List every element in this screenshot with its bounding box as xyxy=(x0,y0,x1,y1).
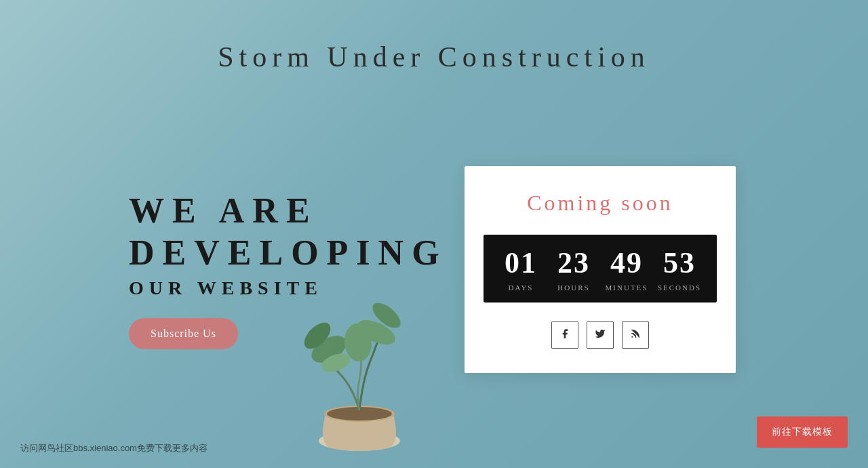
minutes-label: Minutes xyxy=(600,284,653,292)
countdown-days: 01 Days xyxy=(494,248,547,292)
days-label: Days xyxy=(494,284,547,292)
social-icons-row xyxy=(484,321,717,349)
hours-label: Hours xyxy=(547,284,600,292)
svg-point-10 xyxy=(631,336,633,338)
site-title: Storm Under Construction xyxy=(0,41,868,73)
rss-button[interactable] xyxy=(622,321,649,349)
countdown-box: 01 Days 23 Hours 49 Minutes 53 Seconds xyxy=(484,235,717,303)
countdown-seconds: 53 Seconds xyxy=(653,248,706,292)
headline-line1: WE ARE xyxy=(129,190,448,232)
seconds-number: 53 xyxy=(653,248,706,278)
twitter-icon xyxy=(595,328,606,342)
coming-soon-card: Coming soon 01 Days 23 Hours 49 Minutes … xyxy=(465,166,736,373)
headline-line2: DEVELOPING xyxy=(129,232,448,274)
minutes-number: 49 xyxy=(600,248,653,278)
footer-watermark: 访问网鸟社区bbs.xieniao.com免费下载更多内容 xyxy=(20,442,208,454)
facebook-button[interactable] xyxy=(551,321,578,349)
rss-icon xyxy=(630,328,641,342)
countdown-minutes: 49 Minutes xyxy=(600,248,653,292)
header: Storm Under Construction xyxy=(0,41,868,73)
headline: WE ARE DEVELOPING xyxy=(129,190,448,275)
hours-number: 23 xyxy=(547,248,600,278)
days-number: 01 xyxy=(494,248,547,278)
subheadline: OUR WEBSITE xyxy=(129,277,448,299)
twitter-button[interactable] xyxy=(587,321,614,349)
left-content: WE ARE DEVELOPING OUR WEBSITE Subscribe … xyxy=(129,190,448,349)
coming-soon-title: Coming soon xyxy=(484,191,717,216)
countdown-hours: 23 Hours xyxy=(547,248,600,292)
seconds-label: Seconds xyxy=(653,284,706,292)
subscribe-button[interactable]: Subscribe Us xyxy=(129,318,238,349)
facebook-icon xyxy=(559,328,570,342)
download-template-button[interactable]: 前往下载模板 xyxy=(757,416,848,448)
